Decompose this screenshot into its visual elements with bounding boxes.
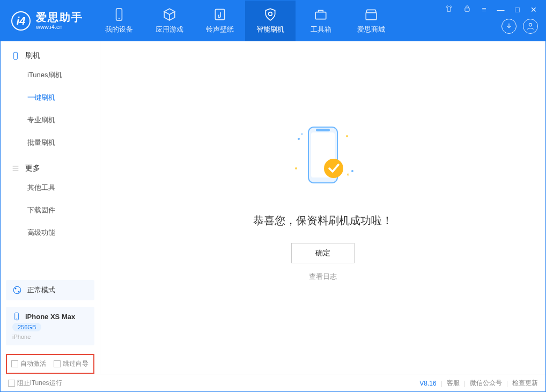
mode-box[interactable]: 正常模式	[6, 280, 94, 300]
svg-rect-8	[14, 52, 18, 59]
maximize-icon[interactable]: □	[512, 4, 523, 15]
cube-icon	[163, 8, 176, 21]
svg-point-7	[529, 24, 532, 26]
svg-point-9	[13, 286, 21, 294]
tab-ringtone-wallpaper[interactable]: 铃声壁纸	[195, 1, 245, 41]
download-button[interactable]	[501, 19, 517, 34]
svg-point-16	[295, 167, 297, 169]
sidebar-item-download-firmware[interactable]: 下载固件	[1, 199, 100, 221]
logo-icon: i4	[11, 11, 31, 31]
list-icon	[11, 164, 20, 173]
device-name-label: iPhone XS Max	[25, 313, 75, 321]
check-update-link[interactable]: 检查更新	[512, 379, 538, 388]
menu-icon[interactable]: ≡	[478, 4, 489, 15]
svg-rect-2	[215, 9, 224, 20]
sidebar-section-more: 更多	[1, 154, 100, 176]
support-link[interactable]: 客服	[447, 379, 460, 388]
skip-wizard-checkbox[interactable]: 跳过向导	[54, 359, 88, 368]
svg-point-15	[346, 135, 348, 137]
svg-point-3	[269, 12, 272, 16]
sidebar-section-flash: 刷机	[1, 41, 100, 64]
user-button[interactable]	[523, 19, 538, 34]
tab-smart-flash[interactable]: 智能刷机	[245, 1, 296, 41]
sidebar-item-advanced[interactable]: 高级功能	[1, 221, 100, 244]
svg-point-13	[16, 319, 17, 319]
svg-point-11	[18, 291, 20, 293]
status-bar: 阻止iTunes运行 V8.16 | 客服 | 微信公众号 | 检查更新	[1, 374, 545, 392]
sidebar-item-oneclick-flash[interactable]: 一键刷机	[1, 86, 100, 109]
mode-icon	[12, 285, 22, 295]
header: i4 爱思助手 www.i4.cn 我的设备 应用游戏 铃声壁纸 智能刷机 工具…	[1, 1, 545, 41]
tab-apps-games[interactable]: 应用游戏	[144, 1, 195, 41]
svg-point-14	[298, 138, 300, 140]
sidebar-item-other-tools[interactable]: 其他工具	[1, 176, 100, 199]
sidebar-item-batch-flash[interactable]: 批量刷机	[1, 131, 100, 154]
tab-toolbox[interactable]: 工具箱	[296, 1, 346, 41]
svg-point-10	[15, 288, 17, 290]
svg-rect-4	[315, 12, 326, 19]
ok-button[interactable]: 确定	[291, 243, 355, 263]
svg-point-21	[324, 159, 343, 178]
auto-activate-checkbox[interactable]: 自动激活	[11, 359, 46, 368]
device-icon	[112, 8, 126, 21]
shirt-icon[interactable]	[442, 4, 456, 15]
music-icon	[213, 8, 227, 21]
block-itunes-checkbox[interactable]: 阻止iTunes运行	[8, 379, 62, 388]
main-content: 恭喜您，保资料刷机成功啦！ 确定 查看日志	[100, 41, 545, 374]
window-controls: ≡ — □ ✕	[442, 4, 540, 15]
svg-point-1	[119, 18, 120, 19]
success-message: 恭喜您，保资料刷机成功啦！	[253, 213, 393, 228]
svg-rect-5	[366, 13, 377, 20]
mode-label: 正常模式	[27, 285, 55, 295]
device-icon	[12, 312, 21, 321]
device-brand: iPhone	[12, 334, 88, 340]
logo-area: i4 爱思助手 www.i4.cn	[1, 11, 94, 31]
lock-icon[interactable]	[460, 4, 474, 15]
tab-store[interactable]: 爱思商城	[346, 1, 396, 41]
nav-tabs: 我的设备 应用游戏 铃声壁纸 智能刷机 工具箱 爱思商城	[94, 1, 396, 41]
sidebar-item-pro-flash[interactable]: 专业刷机	[1, 109, 100, 131]
version-label: V8.16	[419, 380, 436, 387]
success-illustration	[283, 117, 363, 199]
store-icon	[364, 8, 378, 21]
svg-rect-20	[316, 129, 330, 131]
phone-icon	[11, 51, 20, 60]
app-title: 爱思助手	[36, 11, 83, 24]
device-box[interactable]: iPhone XS Max 256GB iPhone	[6, 307, 94, 345]
storage-badge: 256GB	[12, 323, 41, 331]
tab-my-device[interactable]: 我的设备	[94, 1, 144, 41]
sidebar-item-itunes-flash[interactable]: iTunes刷机	[1, 64, 100, 86]
close-icon[interactable]: ✕	[527, 4, 540, 15]
app-subtitle: www.i4.cn	[36, 24, 83, 31]
sidebar: 刷机 iTunes刷机 一键刷机 专业刷机 批量刷机 更多 其他工具 下载固件 …	[1, 41, 100, 374]
view-log-link[interactable]: 查看日志	[309, 272, 337, 282]
svg-rect-6	[465, 8, 469, 11]
toolbox-icon	[314, 8, 328, 21]
minimize-icon[interactable]: —	[494, 4, 508, 15]
shield-icon	[263, 8, 277, 21]
wechat-link[interactable]: 微信公众号	[470, 379, 502, 388]
highlight-box: 自动激活 跳过向导	[6, 354, 94, 374]
svg-point-17	[351, 170, 353, 172]
